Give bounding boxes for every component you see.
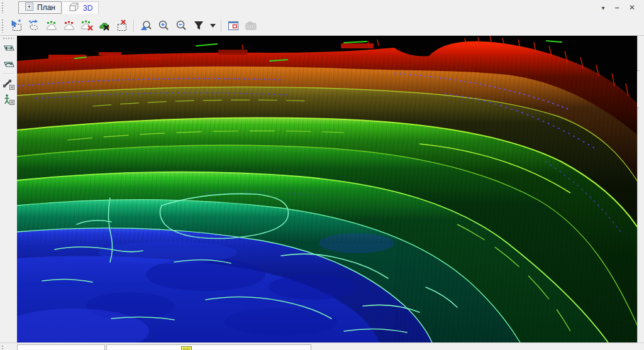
cube-3d-icon bbox=[69, 3, 80, 13]
filter-funnel-button[interactable] bbox=[191, 18, 207, 34]
minimize-button[interactable]: – bbox=[611, 3, 623, 13]
tab-plan[interactable]: План bbox=[18, 1, 62, 14]
select-lasso-rotate-button[interactable] bbox=[26, 18, 42, 34]
zoom-extents-button[interactable] bbox=[138, 18, 154, 34]
camera-snapshot-icon bbox=[245, 19, 257, 32]
filter-dropdown-button[interactable] bbox=[208, 18, 218, 34]
zoom-in-icon bbox=[157, 19, 170, 32]
minimize-icon: – bbox=[615, 3, 619, 12]
walk-figure-icon: A bbox=[2, 94, 14, 105]
toolstrip-separator bbox=[3, 74, 13, 75]
zoom-out-button[interactable] bbox=[173, 18, 189, 34]
filter-funnel-icon bbox=[192, 19, 205, 32]
tab-3d[interactable]: 3D bbox=[63, 1, 99, 14]
splitter-handle[interactable] bbox=[637, 70, 639, 108]
main-area: A A bbox=[0, 36, 644, 342]
cloud-points-delete-button[interactable] bbox=[79, 18, 95, 34]
rotate-plane-button[interactable] bbox=[1, 58, 15, 72]
select-lasso-rotate-icon bbox=[28, 19, 40, 32]
panel-menu-button[interactable]: ▾ bbox=[597, 3, 609, 13]
toolbar-drag-grip[interactable] bbox=[1, 19, 4, 33]
cloud-points-delete-icon bbox=[80, 19, 93, 32]
overview-window-icon bbox=[227, 19, 240, 32]
zoom-out-icon bbox=[175, 19, 187, 32]
tab-bar: План 3D ▾ – ✕ bbox=[0, 0, 644, 16]
cloud-points-red-icon bbox=[63, 19, 75, 32]
measure-segment-icon: A bbox=[2, 79, 14, 90]
cloud-points-green-icon bbox=[45, 19, 58, 32]
status-bar bbox=[0, 342, 644, 350]
tab-3d-label: 3D bbox=[83, 4, 92, 13]
tabbar-drag-grip[interactable] bbox=[1, 2, 4, 13]
chevron-down-icon: ▾ bbox=[601, 4, 604, 11]
cloud-merge-delete-button[interactable] bbox=[96, 18, 113, 34]
cloud-merge-delete-icon bbox=[98, 19, 111, 32]
status-panel bbox=[106, 344, 311, 350]
walk-figure-button[interactable]: A bbox=[1, 92, 15, 106]
zoom-in-button[interactable] bbox=[155, 18, 172, 34]
svg-text:A: A bbox=[11, 85, 13, 89]
view-tool-strip: A A bbox=[0, 36, 17, 342]
camera-snapshot-button bbox=[243, 18, 259, 34]
toolbar-separator bbox=[221, 19, 222, 32]
pan-plane-button[interactable] bbox=[1, 42, 15, 56]
toolbar-separator bbox=[133, 19, 135, 32]
overview-window-button[interactable] bbox=[225, 18, 242, 34]
cloud-points-red-button[interactable] bbox=[61, 18, 77, 34]
svg-text:A: A bbox=[11, 101, 13, 104]
cloud-points-green-button[interactable] bbox=[43, 18, 60, 34]
clear-selection-button[interactable] bbox=[114, 18, 130, 34]
zoom-extents-icon bbox=[140, 19, 152, 32]
clear-selection-icon bbox=[116, 19, 128, 32]
status-panel bbox=[17, 344, 105, 350]
layer-palette-yellow-icon bbox=[181, 346, 192, 350]
select-area-add-icon bbox=[10, 19, 23, 32]
tab-plan-label: План bbox=[37, 3, 55, 12]
select-area-add-button[interactable] bbox=[8, 18, 25, 34]
3d-viewport[interactable] bbox=[17, 36, 637, 342]
filter-dropdown-arrow-icon bbox=[210, 24, 216, 28]
close-button[interactable]: ✕ bbox=[626, 3, 638, 13]
rotate-plane-icon bbox=[2, 60, 14, 70]
toolstrip-drag-grip[interactable] bbox=[3, 37, 14, 40]
measure-segment-button[interactable]: A bbox=[1, 77, 15, 91]
statusbar-grip bbox=[1, 345, 4, 350]
pan-plane-icon bbox=[2, 44, 14, 54]
point-cloud-scene bbox=[17, 36, 637, 342]
application-window: План 3D ▾ – ✕ bbox=[0, 0, 644, 350]
plan-view-icon bbox=[25, 2, 34, 13]
right-edge-strip bbox=[637, 36, 644, 342]
close-icon: ✕ bbox=[629, 3, 635, 12]
main-toolbar bbox=[0, 16, 644, 36]
